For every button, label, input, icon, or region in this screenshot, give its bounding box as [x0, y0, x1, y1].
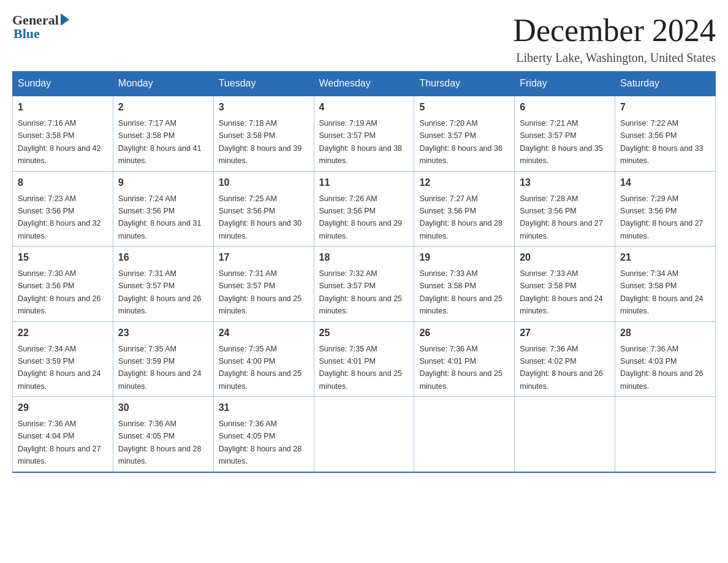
day-cell: 22 Sunrise: 7:34 AMSunset: 3:59 PMDaylig…: [13, 321, 113, 397]
day-info: Sunrise: 7:36 AMSunset: 4:01 PMDaylight:…: [419, 345, 502, 391]
day-cell: 9 Sunrise: 7:24 AMSunset: 3:56 PMDayligh…: [113, 171, 213, 247]
day-number: 28: [620, 326, 710, 340]
day-number: 21: [620, 250, 710, 265]
week-row-2: 8 Sunrise: 7:23 AMSunset: 3:56 PMDayligh…: [13, 171, 716, 247]
week-row-5: 29 Sunrise: 7:36 AMSunset: 4:04 PMDaylig…: [13, 397, 716, 472]
header-tuesday: Tuesday: [213, 72, 314, 96]
day-info: Sunrise: 7:35 AMSunset: 4:01 PMDaylight:…: [319, 345, 403, 391]
day-info: Sunrise: 7:36 AMSunset: 4:05 PMDaylight:…: [118, 419, 202, 465]
day-cell: [314, 397, 414, 472]
day-number: 14: [620, 175, 710, 190]
day-cell: 7 Sunrise: 7:22 AMSunset: 3:56 PMDayligh…: [615, 96, 716, 171]
calendar-body: 1 Sunrise: 7:16 AMSunset: 3:58 PMDayligh…: [13, 96, 716, 472]
day-cell: 27 Sunrise: 7:36 AMSunset: 4:02 PMDaylig…: [515, 321, 615, 397]
day-cell: 10 Sunrise: 7:25 AMSunset: 3:56 PMDaylig…: [213, 171, 314, 247]
day-info: Sunrise: 7:34 AMSunset: 3:58 PMDaylight:…: [620, 269, 703, 315]
header-sunday: Sunday: [13, 72, 113, 96]
day-cell: 29 Sunrise: 7:36 AMSunset: 4:04 PMDaylig…: [13, 397, 113, 472]
day-cell: 13 Sunrise: 7:28 AMSunset: 3:56 PMDaylig…: [515, 171, 615, 247]
day-cell: 31 Sunrise: 7:36 AMSunset: 4:05 PMDaylig…: [213, 397, 314, 472]
day-cell: 15 Sunrise: 7:30 AMSunset: 3:56 PMDaylig…: [13, 247, 113, 322]
day-number: 16: [118, 250, 208, 265]
day-number: 4: [319, 100, 409, 115]
day-number: 11: [319, 175, 409, 190]
day-cell: 8 Sunrise: 7:23 AMSunset: 3:56 PMDayligh…: [13, 171, 113, 247]
day-cell: 25 Sunrise: 7:35 AMSunset: 4:01 PMDaylig…: [314, 321, 414, 397]
day-info: Sunrise: 7:34 AMSunset: 3:59 PMDaylight:…: [18, 345, 101, 391]
day-info: Sunrise: 7:36 AMSunset: 4:03 PMDaylight:…: [620, 345, 703, 391]
day-info: Sunrise: 7:35 AMSunset: 3:59 PMDaylight:…: [118, 345, 202, 391]
day-info: Sunrise: 7:23 AMSunset: 3:56 PMDaylight:…: [18, 194, 101, 240]
logo-blue-text: Blue: [13, 26, 40, 42]
day-info: Sunrise: 7:20 AMSunset: 3:57 PMDaylight:…: [419, 119, 502, 165]
day-number: 24: [219, 326, 309, 340]
day-cell: 18 Sunrise: 7:32 AMSunset: 3:57 PMDaylig…: [314, 247, 414, 322]
day-cell: [615, 397, 716, 472]
calendar-header-row: SundayMondayTuesdayWednesdayThursdayFrid…: [13, 72, 716, 96]
day-cell: 30 Sunrise: 7:36 AMSunset: 4:05 PMDaylig…: [113, 397, 213, 472]
calendar-subtitle: Liberty Lake, Washington, United States: [513, 51, 716, 65]
day-number: 13: [520, 175, 610, 190]
day-number: 10: [219, 175, 309, 190]
day-number: 1: [18, 100, 108, 115]
week-row-1: 1 Sunrise: 7:16 AMSunset: 3:58 PMDayligh…: [13, 96, 716, 171]
header-friday: Friday: [515, 72, 615, 96]
week-row-4: 22 Sunrise: 7:34 AMSunset: 3:59 PMDaylig…: [13, 321, 716, 397]
day-number: 18: [319, 250, 409, 265]
day-number: 20: [520, 250, 610, 265]
day-cell: 17 Sunrise: 7:31 AMSunset: 3:57 PMDaylig…: [213, 247, 314, 322]
day-number: 15: [18, 250, 108, 265]
day-cell: 19 Sunrise: 7:33 AMSunset: 3:58 PMDaylig…: [414, 247, 515, 322]
day-info: Sunrise: 7:36 AMSunset: 4:05 PMDaylight:…: [219, 419, 302, 465]
day-info: Sunrise: 7:35 AMSunset: 4:00 PMDaylight:…: [219, 345, 302, 391]
day-info: Sunrise: 7:31 AMSunset: 3:57 PMDaylight:…: [118, 269, 202, 315]
day-info: Sunrise: 7:19 AMSunset: 3:57 PMDaylight:…: [319, 119, 403, 165]
logo: General Blue: [12, 12, 69, 42]
day-number: 2: [118, 100, 208, 115]
day-info: Sunrise: 7:21 AMSunset: 3:57 PMDaylight:…: [520, 119, 603, 165]
day-info: Sunrise: 7:26 AMSunset: 3:56 PMDaylight:…: [319, 194, 403, 240]
day-info: Sunrise: 7:29 AMSunset: 3:56 PMDaylight:…: [620, 194, 703, 240]
header-wednesday: Wednesday: [314, 72, 414, 96]
header-saturday: Saturday: [615, 72, 716, 96]
day-cell: 14 Sunrise: 7:29 AMSunset: 3:56 PMDaylig…: [615, 171, 716, 247]
day-info: Sunrise: 7:25 AMSunset: 3:56 PMDaylight:…: [219, 194, 302, 240]
day-number: 6: [520, 100, 610, 115]
day-cell: 21 Sunrise: 7:34 AMSunset: 3:58 PMDaylig…: [615, 247, 716, 322]
day-cell: 2 Sunrise: 7:17 AMSunset: 3:58 PMDayligh…: [113, 96, 213, 171]
day-info: Sunrise: 7:17 AMSunset: 3:58 PMDaylight:…: [118, 119, 202, 165]
day-number: 8: [18, 175, 108, 190]
week-row-3: 15 Sunrise: 7:30 AMSunset: 3:56 PMDaylig…: [13, 247, 716, 322]
day-cell: 6 Sunrise: 7:21 AMSunset: 3:57 PMDayligh…: [515, 96, 615, 171]
page-header: General Blue December 2024 Liberty Lake,…: [12, 12, 716, 65]
day-info: Sunrise: 7:16 AMSunset: 3:58 PMDaylight:…: [18, 119, 101, 165]
title-block: December 2024 Liberty Lake, Washington, …: [513, 12, 716, 65]
day-number: 23: [118, 326, 208, 340]
day-info: Sunrise: 7:28 AMSunset: 3:56 PMDaylight:…: [520, 194, 603, 240]
day-number: 19: [419, 250, 509, 265]
calendar-table: SundayMondayTuesdayWednesdayThursdayFrid…: [12, 71, 716, 473]
day-info: Sunrise: 7:27 AMSunset: 3:56 PMDaylight:…: [419, 194, 502, 240]
day-number: 9: [118, 175, 208, 190]
day-cell: 11 Sunrise: 7:26 AMSunset: 3:56 PMDaylig…: [314, 171, 414, 247]
day-cell: 28 Sunrise: 7:36 AMSunset: 4:03 PMDaylig…: [615, 321, 716, 397]
day-cell: [414, 397, 515, 472]
day-cell: 5 Sunrise: 7:20 AMSunset: 3:57 PMDayligh…: [414, 96, 515, 171]
day-number: 27: [520, 326, 610, 340]
day-number: 30: [118, 400, 208, 415]
day-number: 3: [219, 100, 309, 115]
day-info: Sunrise: 7:30 AMSunset: 3:56 PMDaylight:…: [18, 269, 101, 315]
day-cell: 20 Sunrise: 7:33 AMSunset: 3:58 PMDaylig…: [515, 247, 615, 322]
day-info: Sunrise: 7:31 AMSunset: 3:57 PMDaylight:…: [219, 269, 302, 315]
day-info: Sunrise: 7:33 AMSunset: 3:58 PMDaylight:…: [419, 269, 502, 315]
day-number: 31: [219, 400, 309, 415]
day-info: Sunrise: 7:36 AMSunset: 4:02 PMDaylight:…: [520, 345, 603, 391]
day-number: 26: [419, 326, 509, 340]
day-number: 7: [620, 100, 710, 115]
header-thursday: Thursday: [414, 72, 515, 96]
day-cell: 24 Sunrise: 7:35 AMSunset: 4:00 PMDaylig…: [213, 321, 314, 397]
day-info: Sunrise: 7:24 AMSunset: 3:56 PMDaylight:…: [118, 194, 202, 240]
day-cell: 4 Sunrise: 7:19 AMSunset: 3:57 PMDayligh…: [314, 96, 414, 171]
day-number: 12: [419, 175, 509, 190]
calendar-title: December 2024: [513, 12, 716, 48]
